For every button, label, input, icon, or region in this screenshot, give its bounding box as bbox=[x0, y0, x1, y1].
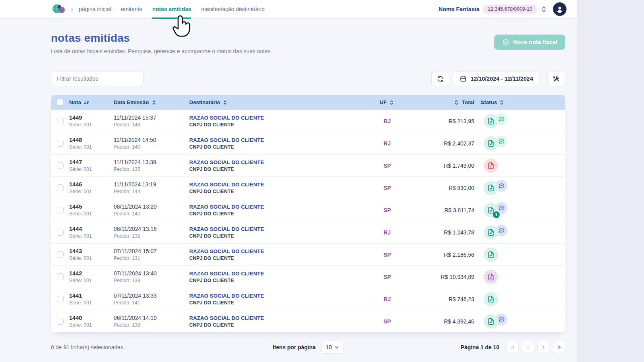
advanced-tools-button[interactable] bbox=[547, 71, 565, 86]
total-amount: R$ 746,23 bbox=[411, 296, 481, 302]
row-checkbox[interactable] bbox=[57, 273, 64, 280]
total-amount: R$ 2.402,37 bbox=[411, 140, 481, 147]
row-checkbox[interactable] bbox=[57, 318, 64, 325]
nav-item-emitente[interactable]: emitente bbox=[121, 0, 142, 19]
issue-date: 07/11/2024 15:07 bbox=[114, 248, 189, 254]
order-number: Pedido: 131 bbox=[114, 256, 189, 261]
document-check-icon bbox=[484, 248, 498, 262]
pagination-prev-button[interactable]: ‹ bbox=[522, 341, 534, 353]
order-number: Pedido: 138 bbox=[114, 322, 189, 328]
invoice-series: Série: 001 bbox=[69, 189, 114, 194]
uf-state: SP bbox=[363, 274, 411, 280]
row-checkbox[interactable] bbox=[57, 118, 64, 124]
nav-item-manifestacao-destinatario[interactable]: manifestação destinatário bbox=[201, 0, 265, 19]
col-header-uf[interactable]: UF bbox=[380, 99, 387, 105]
filter-input[interactable] bbox=[51, 71, 144, 86]
page-title: notas emitidas bbox=[51, 32, 272, 45]
table-row[interactable]: 1447 Série: 001 11/11/2024 13:39 Pedido:… bbox=[51, 154, 565, 176]
user-avatar[interactable] bbox=[553, 2, 566, 16]
nav-item-notas-emitidas[interactable]: notas emitidas bbox=[152, 0, 191, 19]
table-row[interactable]: 1448 Série: 001 11/11/2024 14:50 Pedido:… bbox=[51, 132, 565, 154]
page-info: Página 1 de 10 bbox=[461, 344, 499, 350]
row-checkbox[interactable] bbox=[57, 251, 64, 258]
status-cell bbox=[481, 159, 536, 173]
order-number: Pedido: 141 bbox=[114, 300, 189, 306]
recipient-cnpj: CNPJ DO CLIENTE bbox=[189, 144, 363, 150]
nav-item-pagina-inicial[interactable]: página inicial bbox=[79, 0, 111, 19]
total-amount: R$ 3.811,74 bbox=[411, 207, 481, 213]
pagination-next-button[interactable]: › bbox=[537, 341, 550, 353]
refresh-button[interactable] bbox=[431, 71, 449, 86]
order-number: Pedido: 140 bbox=[114, 144, 189, 150]
recipient-name: RAZAO SOCIAL DO CLIENTE bbox=[189, 182, 363, 188]
total-amount: R$ 1.243,78 bbox=[411, 229, 481, 236]
total-amount: R$ 1.749,00 bbox=[411, 163, 481, 169]
total-amount: R$ 213,95 bbox=[411, 118, 481, 124]
table-header-row: Nota Data Emissão bbox=[51, 95, 565, 110]
sort-chevrons-icon[interactable] bbox=[223, 100, 228, 105]
status-cell bbox=[481, 114, 536, 128]
invoice-number: 1441 bbox=[69, 292, 114, 299]
table-row[interactable]: 1449 Série: 001 11/11/2024 15:37 Pedido:… bbox=[51, 110, 565, 132]
col-header-status[interactable]: Status bbox=[481, 99, 497, 105]
refresh-icon bbox=[436, 75, 444, 83]
status-cell bbox=[481, 270, 536, 284]
recipient-cnpj: CNPJ DO CLIENTE bbox=[189, 322, 363, 328]
table-row[interactable]: 1445 Série: 001 08/11/2024 13:20 Pedido:… bbox=[51, 199, 565, 221]
items-per-page-select[interactable]: 10 bbox=[321, 341, 343, 354]
order-number: Pedido: 146 bbox=[114, 122, 189, 128]
row-checkbox[interactable] bbox=[57, 296, 64, 302]
total-amount: R$ 2.186,56 bbox=[411, 252, 481, 258]
status-cell: 1 bbox=[481, 203, 536, 217]
invoice-number: 1448 bbox=[69, 137, 114, 143]
new-invoice-button[interactable]: Nova nota fiscal bbox=[494, 35, 565, 50]
pagination-last-button[interactable]: » bbox=[553, 341, 565, 353]
sort-chevrons-icon[interactable] bbox=[499, 100, 505, 105]
sort-desc-icon[interactable] bbox=[83, 100, 89, 105]
invoice-series: Série: 001 bbox=[69, 166, 114, 172]
sort-chevrons-icon[interactable] bbox=[454, 100, 460, 105]
uf-state: SP bbox=[363, 163, 411, 169]
select-all-checkbox[interactable] bbox=[57, 99, 64, 106]
issue-date: 11/11/2024 14:50 bbox=[114, 137, 189, 143]
date-range-button[interactable]: 12/10/2024 - 12/11/2024 bbox=[453, 71, 540, 86]
recipient-name: RAZAO SOCIAL DO CLIENTE bbox=[189, 226, 363, 232]
total-amount: R$ 4.392,46 bbox=[411, 318, 481, 325]
table-row[interactable]: 1441 Série: 001 07/11/2024 13:33 Pedido:… bbox=[51, 288, 565, 310]
table-row[interactable]: 1440 Série: 001 06/11/2024 14:10 Pedido:… bbox=[51, 310, 565, 332]
sort-chevrons-icon[interactable] bbox=[389, 100, 395, 105]
table-row[interactable]: 1444 Série: 001 08/11/2024 13:18 Pedido:… bbox=[51, 221, 565, 243]
items-per-page-label: Itens por página bbox=[273, 344, 316, 350]
row-checkbox[interactable] bbox=[57, 229, 64, 236]
invoice-series: Série: 001 bbox=[69, 256, 114, 261]
recipient-cnpj: CNPJ DO CLIENTE bbox=[189, 122, 363, 128]
row-checkbox[interactable] bbox=[57, 162, 64, 169]
app-logo-icon[interactable] bbox=[52, 3, 66, 15]
recipient-name: RAZAO SOCIAL DO CLIENTE bbox=[189, 204, 363, 210]
pagination-first-button[interactable]: « bbox=[506, 341, 519, 353]
chevron-down-icon bbox=[334, 345, 339, 350]
person-icon bbox=[555, 5, 564, 14]
table-footer: 0 de 91 linha(s) selecionadas. Itens por… bbox=[51, 341, 565, 362]
status-cell bbox=[481, 292, 536, 306]
invoices-table: Nota Data Emissão bbox=[51, 95, 565, 332]
invoice-series: Série: 001 bbox=[69, 211, 114, 217]
document-check-icon bbox=[484, 114, 498, 128]
table-row[interactable]: 1442 Série: 001 07/11/2024 13:40 Pedido:… bbox=[51, 265, 565, 288]
col-header-destinatario[interactable]: Destinatário bbox=[189, 99, 220, 105]
table-row[interactable]: 1446 Série: 001 11/11/2024 13:19 Pedido:… bbox=[51, 176, 565, 199]
col-header-nota[interactable]: Nota bbox=[69, 99, 81, 105]
table-row[interactable]: 1443 Série: 001 07/11/2024 15:07 Pedido:… bbox=[51, 243, 565, 265]
status-cell bbox=[481, 181, 536, 195]
document-check-icon bbox=[484, 225, 498, 240]
company-switcher-chevrons-icon[interactable] bbox=[541, 6, 547, 12]
row-checkbox[interactable] bbox=[57, 184, 64, 191]
col-header-total[interactable]: Total bbox=[462, 99, 474, 105]
total-amount: R$ 830,00 bbox=[411, 185, 481, 191]
sort-chevrons-icon[interactable] bbox=[151, 100, 157, 105]
invoice-number: 1449 bbox=[69, 114, 114, 121]
invoice-series: Série: 001 bbox=[69, 278, 114, 283]
col-header-data-emissao[interactable]: Data Emissão bbox=[114, 99, 149, 105]
row-checkbox[interactable] bbox=[57, 140, 64, 147]
row-checkbox[interactable] bbox=[57, 207, 64, 213]
